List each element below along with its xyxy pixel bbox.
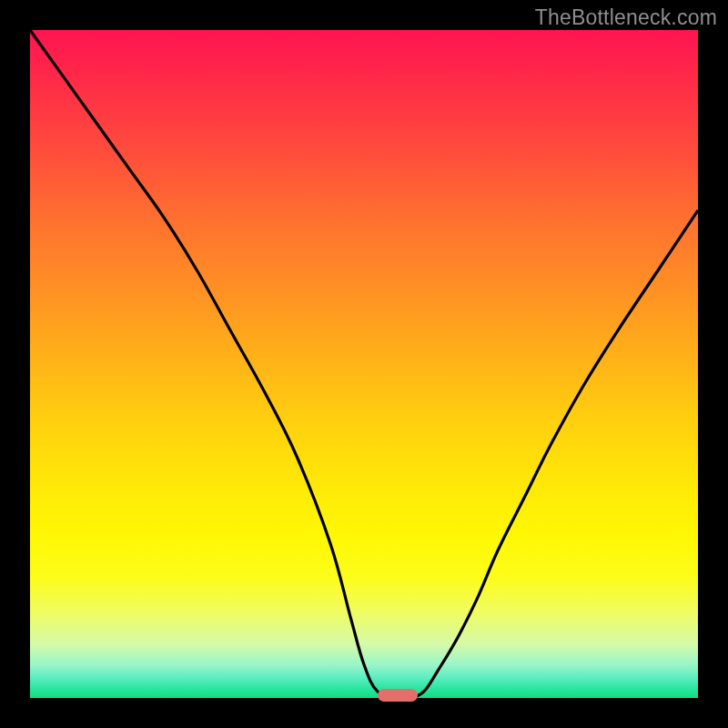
- watermark-text: TheBottleneck.com: [535, 5, 717, 30]
- optimal-range-marker: [378, 689, 418, 702]
- chart-container: TheBottleneck.com: [0, 0, 728, 728]
- plot-area: [30, 30, 698, 698]
- bottleneck-curve: [30, 30, 698, 698]
